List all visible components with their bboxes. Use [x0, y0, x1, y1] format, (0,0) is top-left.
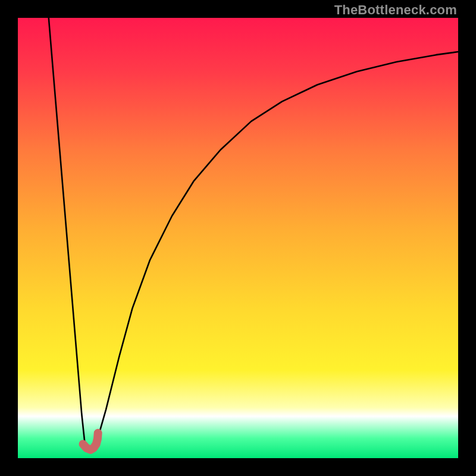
plot-area: [18, 18, 458, 458]
curve-layer: [18, 18, 458, 458]
chart-frame: TheBottleneck.com: [0, 0, 476, 476]
curve-left-branch: [49, 18, 85, 447]
curve-right-branch: [97, 52, 458, 440]
optimal-point-marker: [83, 433, 98, 450]
watermark-label: TheBottleneck.com: [334, 2, 457, 18]
